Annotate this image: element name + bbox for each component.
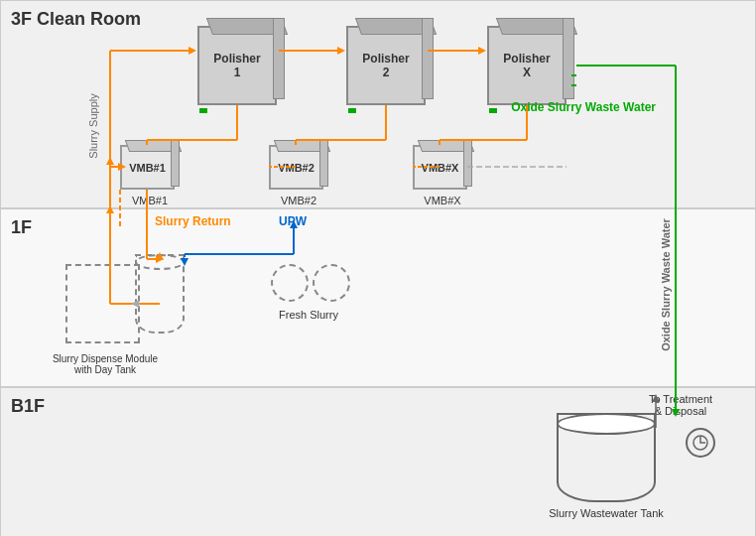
vmbx-label: VMB#X <box>422 162 459 174</box>
slurry-dispense-module <box>65 264 140 343</box>
polisher-2-label-line2: 2 <box>383 66 390 79</box>
floor-1f-label: 1F <box>11 217 32 238</box>
polisher-x-label-line2: X <box>523 66 531 79</box>
floor-3f-label: 3F Clean Room <box>11 9 141 30</box>
slurry-supply-label: Slurry Supply <box>87 93 99 158</box>
floor-b1f-label: B1F <box>11 396 45 417</box>
day-tank-top <box>135 254 185 270</box>
slurry-return-label: Slurry Return <box>155 214 231 228</box>
polisher-x: Polisher X <box>487 26 567 105</box>
vmb2: VMB#2 <box>269 145 323 190</box>
treatment-label: To Treatment& Disposal <box>636 393 725 417</box>
polisher-2-label-line1: Polisher <box>362 52 409 66</box>
fresh-slurry-label: Fresh Slurry <box>264 309 353 321</box>
polisher-2: Polisher 2 <box>346 26 426 105</box>
vmb1: VMB#1 <box>120 145 175 190</box>
polisher-1-label-line2: 1 <box>234 66 241 79</box>
vmb2-text-label: VMB#2 <box>269 195 328 206</box>
slurry-dispense-label: Slurry Dispense Modulewith Day Tank <box>51 353 160 375</box>
oxide-slurry-h-label: Oxide Slurry Waste Water <box>511 100 656 114</box>
polisher-1: Polisher 1 <box>197 26 277 105</box>
vmbx-text-label: VMB#X <box>413 195 472 206</box>
oxide-slurry-v-label: Oxide Slurry Waste Water <box>660 210 672 359</box>
vmb1-label: VMB#1 <box>129 162 166 174</box>
wastewater-tank-label: Slurry Wastewater Tank <box>542 507 671 519</box>
polisher-1-label-line1: Polisher <box>213 52 260 66</box>
polisher-x-label-line1: Polisher <box>503 52 550 66</box>
fresh-slurry-tank-1 <box>271 264 309 302</box>
diagram-container: 3F Clean Room 1F B1F Polisher 1 Polisher… <box>0 0 756 536</box>
vmb1-text-label: VMB#1 <box>120 195 180 206</box>
vmb2-label: VMB#2 <box>278 162 315 174</box>
vmbx: VMB#X <box>413 145 467 190</box>
pump-symbol <box>686 428 715 458</box>
upw-label: UPW <box>279 214 307 228</box>
fresh-slurry-tank-2 <box>313 264 350 302</box>
